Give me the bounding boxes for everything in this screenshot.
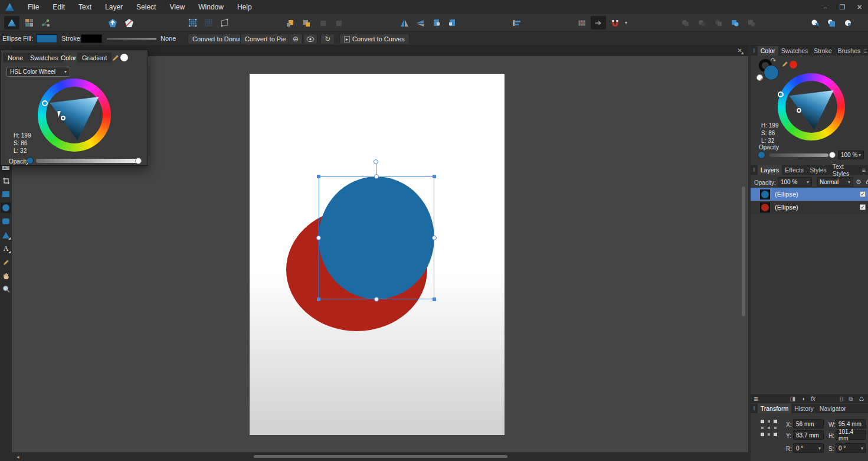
snapping-button[interactable] [607,16,623,30]
hue-ring-selector[interactable] [42,100,48,106]
convert-to-curves-button[interactable]: ▸ Convert to Curves [339,34,410,44]
handle-middle-right[interactable] [432,236,437,240]
panel-opacity-value-box[interactable]: 100 % ▾ [838,151,864,159]
mask-layer-icon[interactable]: ◨ [790,395,795,402]
move-to-front-button[interactable] [282,16,297,30]
move-to-back-button[interactable] [331,16,346,30]
hsl-color-wheel[interactable] [38,79,111,152]
rotate-cw-button[interactable] [444,16,460,30]
rotation-input[interactable]: 0 °▾ [793,443,824,453]
delete-layer-icon[interactable]: ♺ [859,395,864,402]
previous-color-swatch[interactable] [790,61,797,68]
tab-transform[interactable]: Transform [758,404,791,413]
panel-hue-ring-selector[interactable] [778,91,784,97]
tab-brushes[interactable]: Brushes [835,46,864,55]
layer-row-blue-ellipse[interactable]: (Ellipse) ✓ [751,188,868,201]
close-button[interactable]: ✕ [851,0,868,14]
pixel-persona-button[interactable] [21,16,37,30]
text-tool[interactable]: A [1,243,11,254]
menu-window[interactable]: Window [193,1,229,14]
move-by-pixels-toggle[interactable] [591,16,606,30]
y-input[interactable]: 83.7 mm [793,430,824,440]
stroke-style-widget[interactable] [107,38,156,40]
popup-opacity-swatch[interactable] [27,157,34,164]
vector-crop-tool[interactable] [1,175,11,186]
scroll-up-icon[interactable]: ▴ [741,50,744,55]
layers-panel-menu-icon[interactable]: ≡ [862,166,868,174]
edit-in-photo-button[interactable] [122,16,137,30]
ellipse-tool[interactable] [1,202,11,213]
layer-row-red-ellipse[interactable]: (Ellipse) ✓ [751,201,868,214]
handle-top-right[interactable] [433,175,436,178]
triangle-tool[interactable] [1,230,11,240]
popup-tab-gradient[interactable]: Gradient [77,53,112,63]
shear-input[interactable]: 0 °▾ [836,443,866,453]
color-model-dropdown[interactable]: HSL Color Wheel ▾ [6,67,70,77]
panel-opacity-swatch[interactable] [758,151,765,159]
menu-edit[interactable]: Edit [47,1,70,14]
alignment-button[interactable] [509,16,525,30]
layers-grip-icon[interactable]: ‖ [751,167,758,173]
panel-grip-icon[interactable]: ‖ [751,48,758,54]
h-input[interactable]: 101.4 mm [836,430,866,440]
popup-tab-none[interactable]: None [3,53,28,63]
menu-view[interactable]: View [164,1,190,14]
tab-effects[interactable]: Effects [782,165,807,175]
insert-behind-button[interactable] [840,16,856,30]
tab-navigator[interactable]: Navigator [817,404,849,413]
rounded-rectangle-tool[interactable] [1,216,11,227]
menu-text[interactable]: Text [73,1,97,14]
popup-opacity-handle[interactable] [135,158,142,164]
scissors-clip-icon[interactable]: ≣ [754,395,758,402]
move-forward-button[interactable] [299,16,314,30]
tab-layers[interactable]: Layers [758,165,782,175]
export-persona-button[interactable] [38,16,53,30]
panel-opacity-slider[interactable] [769,153,828,157]
boolean-add-button[interactable] [677,16,693,30]
rotation-handle[interactable] [374,159,378,164]
move-backward-button[interactable] [315,16,330,30]
tab-color[interactable]: Color [758,46,778,55]
menu-select[interactable]: Select [131,1,161,14]
transform-mode-button[interactable] [185,16,200,30]
menu-help[interactable]: Help [232,1,257,14]
popup-eyedropper-icon[interactable] [112,54,120,62]
handle-top-left[interactable] [317,175,320,178]
handle-bottom-right[interactable] [433,297,436,301]
panel-triangle-selector[interactable] [797,108,801,113]
blend-options-gear-icon[interactable]: ⚙ [856,178,862,186]
snapping-dropdown-arrow[interactable]: ▾ [625,20,627,25]
show-orientation-button[interactable] [303,34,317,44]
recent-color-swatch[interactable] [120,54,128,61]
handle-top-center[interactable] [374,174,379,179]
tab-styles[interactable]: Styles [807,165,830,175]
color-picker-tool[interactable] [1,257,11,267]
vertical-scrollbar[interactable]: ▴ [741,59,746,437]
view-tool[interactable] [1,270,11,281]
boolean-divide-button[interactable] [727,16,742,30]
panel-opacity-handle[interactable] [829,152,836,158]
boolean-subtract-button[interactable] [694,16,709,30]
menu-file[interactable]: File [22,1,44,14]
restore-button[interactable]: ❐ [834,0,851,14]
transform-mode-2-button[interactable] [201,16,216,30]
panel-eyedropper-icon[interactable] [781,60,789,68]
menu-layer[interactable]: Layer [100,1,128,14]
tab-swatches[interactable]: Swatches [778,46,811,55]
place-image-button[interactable] [105,16,120,30]
transform-grip-icon[interactable]: ‖ [751,406,758,411]
boolean-intersect-button[interactable] [710,16,726,30]
adjustment-layer-icon[interactable]: ◑ [801,395,805,402]
anchor-point-selector[interactable] [759,418,779,438]
layer-visibility-checkbox[interactable]: ✓ [860,204,866,210]
rectangle-tool[interactable] [1,189,11,200]
fill-color-indicator[interactable] [764,65,779,80]
scroll-left-icon[interactable]: ◂ [17,454,19,460]
layer-effects-icon[interactable]: fx [811,395,815,402]
tab-history[interactable]: History [791,404,817,413]
boolean-combine-button[interactable] [743,16,759,30]
stroke-swatch[interactable] [81,34,102,43]
stroke-width-label[interactable]: None [161,35,176,42]
layer-visibility-checkbox[interactable]: ✓ [860,191,866,197]
handle-middle-left[interactable] [316,236,321,240]
